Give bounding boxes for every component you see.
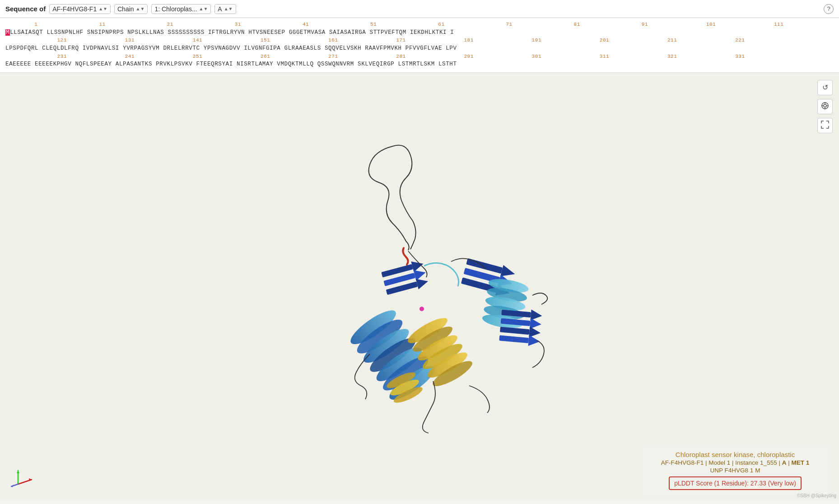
met-text: | [786,459,791,466]
seq-residues-1: MLLSAIASQT LLSSNPNLHF SNSIPNPRPS NPSLKLL… [5,28,454,37]
chain-chain-dropdown[interactable]: A ▲▼ [214,4,236,14]
reset-view-button[interactable]: ↺ [817,80,833,95]
svg-marker-26 [411,258,424,272]
svg-point-47 [420,307,424,311]
sequence-label: Sequence of [5,5,46,13]
target-button[interactable] [817,99,833,114]
chain-chain-value: A [218,5,222,13]
fullscreen-icon [821,121,829,131]
chain-option-arrow: ▲▼ [199,6,208,11]
plddt-score: pLDDT Score (1 Residue): 27.33 (Very low… [669,476,802,490]
met-bold: MET 1 [791,459,809,466]
chain-bold: A [782,459,787,466]
sequence-row-1: 1 11 21 31 41 51 61 71 81 91 [5,21,834,37]
info-panel: Chloroplast sensor kinase, chloroplastic… [640,445,830,495]
protein-name: Chloroplast sensor kinase, chloroplastic [648,451,822,458]
sequence-row-2: 121 131 141 151 161 171 181 191 201 211 [5,37,834,52]
watermark: ©SBH @Spikeyting [797,493,836,498]
chain-label: Chain [117,5,134,13]
svg-point-1 [824,104,826,107]
protein-id-dropdown[interactable]: AF-F4HVG8-F1 ▲▼ [49,4,111,14]
seq-residues-2: LPSPDFQRL CLEQLDLFRQ IVDPNAVLSI YVRPAGSY… [5,44,457,53]
seq-numbers-3: 231 241 251 261 271 281 291 301 311 321 [5,53,745,61]
target-icon [821,102,829,112]
protein-viewer[interactable]: ↺ [0,73,839,500]
chain-dropdown[interactable]: Chain ▲▼ [114,4,148,14]
chain-option-dropdown[interactable]: 1: Chloroplas... ▲▼ [151,4,211,14]
help-icon-symbol: ? [827,5,830,12]
seq-numbers-2: 121 131 141 151 161 171 181 191 201 211 [5,37,745,44]
protein-id-text: AF-F4HVG8-F1 | Model 1 | Instance 1_555 … [661,459,782,466]
sequence-row-3: 231 241 251 261 271 281 291 301 311 321 [5,53,834,69]
viewer-controls: ↺ [817,80,833,133]
axes-indicator [9,464,45,491]
sequence-viewer: 1 11 21 31 41 51 61 71 81 91 [0,18,839,73]
protein-id-line: AF-F4HVG8-F1 | Model 1 | Instance 1_555 … [648,459,822,466]
seq-residues-3: EAEEEEE EEEEEKPHGV NQFLSPEEAY ALPASANTKS… [5,60,457,69]
chain-chain-arrow: ▲▼ [224,6,233,11]
header-bar: Sequence of AF-F4HVG8-F1 ▲▼ Chain ▲▼ 1: … [0,0,839,18]
fullscreen-button[interactable] [817,118,833,133]
chain-option-value: 1: Chloroplas... [154,5,197,13]
reset-icon: ↺ [822,83,828,92]
protein-3d-visualization [243,133,596,440]
svg-rect-42 [499,335,529,343]
svg-marker-52 [17,471,19,473]
protein-id-value: AF-F4HVG8-F1 [52,5,97,13]
chain-arrow: ▲▼ [136,6,145,11]
seq-numbers-1: 1 11 21 31 41 51 61 71 81 91 [5,21,783,28]
help-button[interactable]: ? [824,4,834,14]
unp-line: UNP F4HVG8 1 M [648,467,822,474]
protein-id-arrow: ▲▼ [98,6,107,11]
seq-highlight-m: M [5,29,10,36]
